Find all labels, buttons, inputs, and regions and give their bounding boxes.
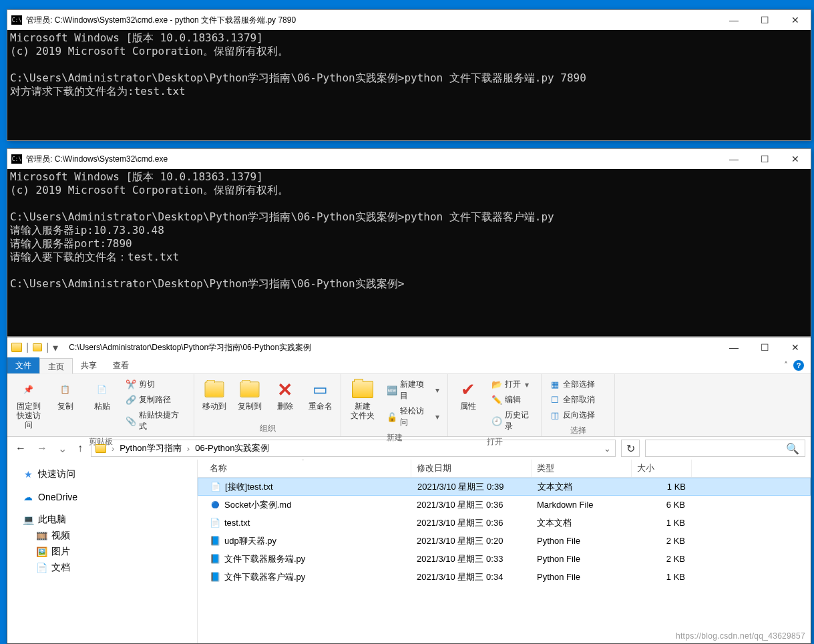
- minimize-button[interactable]: —: [719, 10, 749, 30]
- minimize-button[interactable]: —: [719, 149, 749, 169]
- window-title: C:\Users\Administrator\Desktop\Python学习指…: [69, 342, 719, 353]
- file-size: 1 KB: [637, 518, 697, 528]
- back-button[interactable]: ←: [13, 442, 29, 454]
- new-folder-button[interactable]: 新建 文件夹: [345, 376, 380, 423]
- col-type[interactable]: 类型: [532, 460, 632, 477]
- cut-button[interactable]: ✂️剪切: [123, 377, 188, 391]
- file-size: 1 KB: [637, 572, 697, 582]
- refresh-button[interactable]: ↻: [621, 440, 640, 457]
- terminal-output[interactable]: Microsoft Windows [版本 10.0.18363.1379] (…: [7, 169, 811, 336]
- file-date: 2021/3/10 星期三 0:33: [417, 553, 537, 565]
- collapse-ribbon-icon[interactable]: ˄: [784, 361, 788, 370]
- file-date: 2021/3/10 星期三 0:20: [417, 535, 537, 547]
- new-item-button[interactable]: 🆕新建项目▾: [384, 377, 442, 403]
- tab-file[interactable]: 文件: [7, 357, 39, 373]
- window-title: 管理员: C:\Windows\System32\cmd.exe: [26, 154, 719, 165]
- qat-dropdown-icon[interactable]: ▾: [53, 341, 58, 354]
- invert-selection-button[interactable]: ◫反向选择: [547, 408, 598, 422]
- file-icon: [210, 554, 220, 565]
- paste-shortcut-button[interactable]: 📎粘贴快捷方式: [123, 408, 188, 434]
- open-button[interactable]: 📂打开▾: [489, 377, 536, 391]
- file-name: Socket小案例.md: [224, 499, 291, 511]
- history-button[interactable]: 🕘历史记录: [489, 408, 536, 434]
- file-icon: [210, 536, 220, 546]
- explorer-window: | | ▾ C:\Users\Administrator\Desktop\Pyt…: [7, 337, 811, 644]
- file-row[interactable]: Socket小案例.md2021/3/10 星期三 0:36Markdown F…: [198, 496, 811, 514]
- close-button[interactable]: ✕: [780, 10, 811, 30]
- delete-button[interactable]: ✕删除: [269, 376, 302, 414]
- tree-documents[interactable]: 📄文档: [18, 560, 197, 576]
- maximize-button[interactable]: ☐: [749, 10, 780, 30]
- search-icon: 🔍: [786, 442, 799, 455]
- file-date: 2021/3/10 星期三 0:34: [417, 571, 537, 583]
- titlebar[interactable]: C:\ 管理员: C:\Windows\System32\cmd.exe — ☐…: [7, 149, 811, 169]
- properties-button[interactable]: ✔属性: [452, 376, 485, 414]
- col-size[interactable]: 大小: [632, 460, 692, 477]
- tree-quick-access[interactable]: ★快速访问: [18, 466, 197, 482]
- file-list: 名称 修改日期 类型 大小 ˄ [接收]test.txt2021/3/10 星期…: [198, 460, 811, 643]
- file-date: 2021/3/10 星期三 0:36: [417, 499, 537, 511]
- file-name: udp聊天器.py: [224, 535, 276, 547]
- sort-indicator-icon: ˄: [301, 460, 304, 465]
- easy-access-button[interactable]: 🔓轻松访问▾: [384, 404, 442, 430]
- up-button[interactable]: ↑: [75, 442, 85, 454]
- move-to-button[interactable]: 移动到: [198, 376, 231, 414]
- col-name[interactable]: 名称: [204, 460, 411, 477]
- file-name: [接收]test.txt: [225, 481, 273, 493]
- file-row[interactable]: udp聊天器.py2021/3/10 星期三 0:20Python File2 …: [198, 532, 811, 550]
- breadcrumb-item[interactable]: 06-Python实践案例: [195, 442, 269, 454]
- watermark: https://blog.csdn.net/qq_43629857: [676, 631, 805, 641]
- file-icon: [210, 518, 220, 528]
- tree-pictures[interactable]: 🖼️图片: [18, 544, 197, 560]
- file-row[interactable]: 文件下载器客户端.py2021/3/10 星期三 0:34Python File…: [198, 568, 811, 586]
- tree-onedrive[interactable]: ☁OneDrive: [18, 489, 197, 505]
- search-input[interactable]: 🔍: [645, 440, 805, 457]
- pin-to-quick-access-button[interactable]: 📌固定到快速访问: [11, 376, 45, 432]
- paste-button[interactable]: 📄粘贴: [85, 376, 119, 414]
- file-size: 2 KB: [637, 554, 697, 564]
- rename-button[interactable]: ▭重命名: [304, 376, 337, 414]
- recent-dropdown[interactable]: ⌄: [55, 442, 69, 455]
- copy-button[interactable]: 📋复制: [48, 376, 82, 414]
- file-row[interactable]: [接收]test.txt2021/3/10 星期三 0:39文本文档1 KB: [198, 478, 811, 496]
- file-row[interactable]: test.txt2021/3/10 星期三 0:36文本文档1 KB: [198, 514, 811, 532]
- terminal-output[interactable]: Microsoft Windows [版本 10.0.18363.1379] (…: [7, 30, 811, 140]
- maximize-button[interactable]: ☐: [749, 337, 780, 357]
- chevron-icon[interactable]: ›: [187, 444, 190, 454]
- ribbon-tabs: 文件 主页 共享 查看 ˄ ?: [7, 357, 811, 373]
- forward-button[interactable]: →: [34, 442, 50, 454]
- minimize-button[interactable]: —: [719, 337, 749, 357]
- tab-home[interactable]: 主页: [39, 358, 73, 374]
- titlebar[interactable]: | | ▾ C:\Users\Administrator\Desktop\Pyt…: [7, 337, 811, 357]
- ribbon: 📌固定到快速访问 📋复制 📄粘贴 ✂️剪切 🔗复制路径 📎粘贴快捷方式 剪贴板 …: [7, 373, 811, 437]
- file-row[interactable]: 文件下载器服务端.py2021/3/10 星期三 0:33Python File…: [198, 550, 811, 568]
- column-headers[interactable]: 名称 修改日期 类型 大小 ˄: [198, 460, 811, 478]
- close-button[interactable]: ✕: [780, 337, 811, 357]
- divider: |: [26, 341, 29, 353]
- file-type: Python File: [537, 572, 637, 582]
- tab-view[interactable]: 查看: [105, 357, 137, 373]
- close-button[interactable]: ✕: [780, 149, 811, 169]
- navigation-tree[interactable]: ★快速访问 ☁OneDrive 💻此电脑 🎞️视频 🖼️图片 📄文档: [7, 460, 198, 643]
- tree-this-pc[interactable]: 💻此电脑: [18, 512, 197, 528]
- select-all-button[interactable]: ▦全部选择: [547, 377, 598, 391]
- select-none-button[interactable]: ☐全部取消: [547, 393, 598, 407]
- file-size: 2 KB: [637, 536, 697, 546]
- titlebar[interactable]: C:\ 管理员: C:\Windows\System32\cmd.exe - p…: [7, 10, 811, 30]
- col-date[interactable]: 修改日期: [411, 460, 532, 477]
- tree-videos[interactable]: 🎞️视频: [18, 528, 197, 544]
- file-icon: [210, 482, 221, 492]
- copy-to-button[interactable]: 复制到: [234, 376, 266, 414]
- address-bar[interactable]: › Python学习指南 › 06-Python实践案例 ⌄: [91, 440, 616, 457]
- edit-button[interactable]: ✏️编辑: [489, 393, 536, 407]
- maximize-button[interactable]: ☐: [749, 149, 780, 169]
- file-date: 2021/3/10 星期三 0:39: [417, 481, 538, 493]
- chevron-icon[interactable]: ›: [112, 444, 114, 454]
- breadcrumb-item[interactable]: Python学习指南: [120, 442, 181, 454]
- address-dropdown-icon[interactable]: ⌄: [604, 444, 611, 454]
- cmd-window-client: C:\ 管理员: C:\Windows\System32\cmd.exe — ☐…: [7, 148, 811, 337]
- copy-path-button[interactable]: 🔗复制路径: [123, 393, 188, 407]
- qat-folder-icon[interactable]: [33, 343, 42, 351]
- help-icon[interactable]: ?: [793, 360, 804, 371]
- tab-share[interactable]: 共享: [73, 357, 105, 373]
